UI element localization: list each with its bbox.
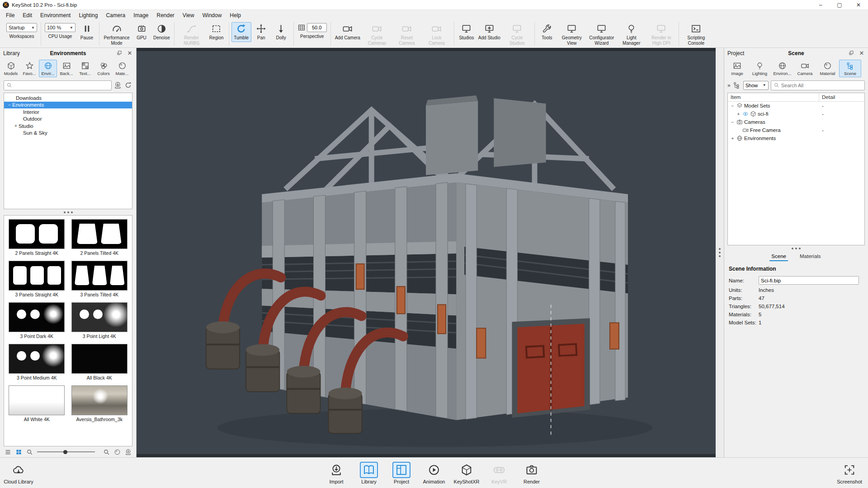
environment-thumbnail[interactable]: Aversis_Bathroom_3k (71, 385, 127, 422)
tab-lighting[interactable]: Lighting (749, 60, 771, 77)
region-button[interactable]: Region (207, 22, 226, 42)
menu-window[interactable]: Window (198, 11, 226, 20)
environment-thumbnail[interactable]: 3 Point Light 4K (71, 302, 127, 339)
tab-material[interactable]: Material (816, 60, 839, 77)
library-tree-item-downloads[interactable]: Downloads (4, 94, 132, 102)
scene-search-box[interactable] (771, 80, 865, 90)
expand-icon[interactable]: + (736, 112, 741, 117)
visibility-eye-icon[interactable] (742, 111, 749, 117)
menu-edit[interactable]: Edit (19, 11, 36, 20)
library-search-input[interactable] (14, 83, 109, 88)
add-studio-button[interactable]: Add Studio (476, 22, 502, 42)
environment-thumbnail[interactable]: 3 Panels Straight 4K (9, 261, 65, 297)
scene-search-input[interactable] (781, 83, 862, 88)
studios-button[interactable]: Studios (457, 22, 476, 42)
float-panel-icon[interactable] (117, 50, 123, 56)
environment-thumbnail[interactable]: All White 4K (9, 385, 65, 422)
minimize-button[interactable]: – (811, 0, 830, 9)
zoom-out-icon[interactable] (26, 449, 33, 455)
scripting-console-button[interactable]: Scripting Console (681, 22, 711, 47)
render-button[interactable]: Render (516, 462, 547, 484)
light-manager-button[interactable]: Light Manager (617, 22, 646, 47)
tab-image[interactable]: Image (726, 60, 748, 77)
screenshot-button[interactable]: Screenshot (834, 462, 865, 484)
subtab-scene[interactable]: Scene (769, 252, 788, 261)
column-item[interactable]: Item (728, 93, 819, 101)
float-panel-icon[interactable] (849, 50, 855, 56)
menu-file[interactable]: File (2, 11, 19, 20)
scene-tree-row-free-camera[interactable]: Free Camera - (728, 126, 864, 134)
scene-tree-row-scifi[interactable]: + sci-fi - (728, 110, 864, 118)
import-button[interactable]: Import (321, 462, 352, 484)
scene-tree-row-model-sets[interactable]: − Model Sets - (728, 102, 864, 110)
menu-help[interactable]: Help (226, 11, 245, 20)
scene-tree-row-environments[interactable]: + Environments (728, 134, 864, 142)
project-dock-button[interactable]: Project (386, 462, 417, 484)
environment-thumbnail[interactable]: 2 Panels Straight 4K (9, 219, 65, 256)
tools-button[interactable]: Tools (537, 22, 557, 42)
close-button[interactable]: ✕ (849, 0, 868, 9)
maximize-button[interactable]: ▢ (830, 0, 849, 9)
tab-colors[interactable]: Colors (94, 60, 113, 77)
library-tree-item-environments[interactable]: −Environments (4, 102, 132, 109)
column-detail[interactable]: Detail (819, 94, 864, 100)
collapse-icon[interactable]: − (730, 120, 735, 125)
geometry-view-button[interactable]: Geometry View (557, 22, 587, 47)
grid-view-icon[interactable] (15, 449, 22, 455)
environment-thumbnail[interactable]: 3 Panels Tilted 4K (71, 261, 127, 297)
close-panel-icon[interactable]: ✕ (127, 50, 133, 56)
environment-thumbnail[interactable]: 2 Panels Tilted 4K (71, 219, 127, 256)
tumble-button[interactable]: Tumble (231, 22, 251, 42)
tab-textures[interactable]: Text... (76, 60, 94, 77)
scene-name-input[interactable] (759, 276, 859, 285)
menu-environment[interactable]: Environment (36, 11, 75, 20)
library-tree-item-studio[interactable]: +Studio (4, 122, 132, 130)
viewport-canvas[interactable] (137, 51, 716, 454)
environment-thumbnail[interactable]: 3 Point Dark 4K (9, 302, 65, 339)
tab-environment[interactable]: Environ... (771, 60, 793, 77)
tab-favorites[interactable]: Favo... (20, 60, 38, 77)
subtab-materials[interactable]: Materials (798, 252, 823, 261)
library-splitter-handle[interactable] (0, 209, 136, 215)
menu-image[interactable]: Image (129, 11, 152, 20)
expand-icon[interactable]: + (13, 123, 19, 128)
refresh-icon[interactable] (124, 81, 132, 89)
list-view-icon[interactable] (5, 449, 11, 455)
show-dropdown[interactable]: Show▼ (743, 81, 769, 90)
tab-environments[interactable]: Envir... (39, 60, 57, 77)
library-tree-item-interior[interactable]: Interior (4, 108, 132, 116)
tab-camera[interactable]: Camera (794, 60, 816, 77)
environment-thumbnail[interactable]: 3 Point Medium 4K (9, 344, 65, 380)
library-search-box[interactable] (4, 80, 112, 90)
tab-models[interactable]: Models (2, 60, 20, 77)
workspaces-dropdown[interactable]: Startup▼ Workspaces (5, 22, 38, 40)
perspective-input[interactable] (307, 23, 327, 32)
library-dock-button[interactable]: Library (353, 462, 385, 484)
overflow-chevrons-icon[interactable]: » (727, 82, 731, 89)
denoise-button[interactable]: Denoise (151, 22, 172, 42)
performance-mode-button[interactable]: Performance Mode (102, 22, 132, 47)
cloud-library-button[interactable]: Cloud Library (3, 462, 34, 484)
tab-materials[interactable]: Mate... (113, 60, 131, 77)
import-asset-icon[interactable] (125, 449, 132, 455)
animation-button[interactable]: Animation (418, 462, 450, 484)
realtime-viewport[interactable] (137, 48, 716, 457)
configurator-wizard-button[interactable]: Configurator Wizard (587, 22, 617, 47)
tab-backplates[interactable]: Back... (57, 60, 75, 77)
keyshotxr-button[interactable]: KeyShotXR (451, 462, 482, 484)
tab-scene[interactable]: Scene (839, 60, 861, 77)
menu-lighting[interactable]: Lighting (75, 11, 102, 20)
zoom-in-icon[interactable] (103, 449, 110, 455)
add-camera-button[interactable]: Add Camera (333, 22, 362, 42)
library-tree-item-outdoor[interactable]: Outdoor (4, 116, 132, 123)
dolly-button[interactable]: Dolly (271, 22, 291, 42)
cpu-usage-dropdown[interactable]: 100 %▼ CPU Usage (43, 22, 77, 40)
expand-icon[interactable]: + (730, 136, 735, 141)
project-splitter-handle[interactable] (724, 245, 868, 251)
pause-button[interactable]: Pause (77, 22, 97, 42)
gpu-button[interactable]: GPU (132, 22, 151, 42)
close-panel-icon[interactable]: ✕ (859, 50, 865, 56)
import-library-icon[interactable] (114, 81, 122, 89)
panel-splitter-handle[interactable] (716, 48, 724, 457)
slider-thumb[interactable] (63, 450, 67, 454)
